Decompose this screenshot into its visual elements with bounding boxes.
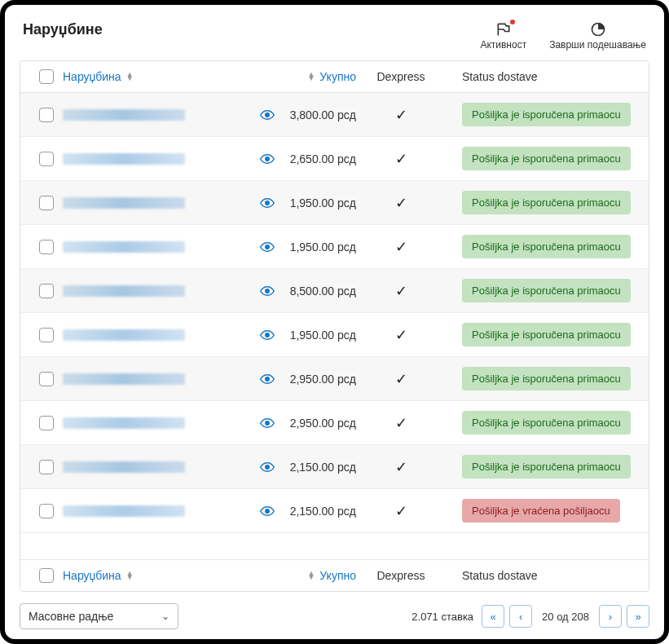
page-title: Наруџбине (23, 21, 103, 38)
row-checkbox[interactable] (39, 284, 54, 298)
activity-button[interactable]: Активност (480, 21, 526, 51)
eye-icon[interactable] (260, 462, 275, 472)
order-id-redacted[interactable] (63, 285, 185, 297)
order-id-redacted[interactable] (63, 373, 185, 385)
first-page-button[interactable]: « (482, 605, 504, 628)
table-row: 3,800.00 рсд✓Pošiljka je isporučena prim… (20, 93, 649, 137)
orders-table: Наруџбина ▲▼ ▲▼ Укупно Dexpress Status d… (20, 60, 649, 592)
eye-icon[interactable] (260, 330, 275, 340)
activity-label: Активност (480, 39, 526, 51)
prev-page-button[interactable]: ‹ (509, 605, 532, 628)
eye-icon[interactable] (260, 506, 275, 516)
order-id-redacted[interactable] (63, 153, 185, 165)
table-row: 2,150.00 рсд✓Pošiljka je vraćena pošilja… (20, 489, 649, 533)
pager: « ‹ 20 од 208 › » (482, 605, 649, 628)
table-row: 2,650.00 рсд✓Pošiljka je isporučena prim… (20, 137, 649, 181)
order-amount: 2,950.00 рсд (288, 373, 356, 386)
dexpress-check-icon: ✓ (356, 414, 446, 432)
bulk-actions-label: Масовне радње (29, 610, 113, 623)
svg-point-4 (266, 245, 270, 249)
order-id-redacted[interactable] (63, 241, 185, 253)
chevron-down-icon: ⌄ (161, 611, 169, 622)
sort-order-column[interactable]: Наруџбина (63, 70, 121, 83)
table-row: 1,950.00 рсд✓Pošiljka je isporučena prim… (20, 181, 649, 225)
row-checkbox[interactable] (39, 328, 54, 342)
row-checkbox[interactable] (39, 196, 54, 210)
order-id-redacted[interactable] (63, 329, 185, 341)
table-row: 2,950.00 рсд✓Pošiljka je isporučena prim… (20, 357, 649, 401)
table-row: 1,950.00 рсд✓Pošiljka je isporučena prim… (20, 313, 649, 357)
svg-point-10 (266, 509, 270, 513)
order-amount: 8,500.00 рсд (288, 285, 356, 298)
status-badge: Pošiljka je isporučena primaocu (462, 455, 631, 479)
row-checkbox[interactable] (39, 460, 54, 474)
dexpress-check-icon: ✓ (356, 238, 446, 256)
dexpress-column-header: Dexpress (356, 70, 446, 83)
footer-bar: Масовне радње ⌄ 2.071 ставка « ‹ 20 од 2… (20, 592, 649, 629)
order-amount: 1,950.00 рсд (288, 240, 356, 254)
order-id-redacted[interactable] (63, 417, 185, 429)
row-checkbox[interactable] (39, 152, 54, 166)
dexpress-check-icon: ✓ (356, 458, 446, 476)
order-amount: 2,650.00 рсд (288, 152, 356, 165)
table-footer: Наруџбина ▲▼ ▲▼ Укупно Dexpress Status d… (20, 559, 649, 591)
table-row: 8,500.00 рсд✓Pošiljka je isporučena prim… (20, 269, 649, 313)
status-column-footer: Status dostave (446, 569, 639, 582)
sort-arrows-icon: ▲▼ (126, 73, 134, 81)
sort-total-column[interactable]: Укупно (319, 70, 356, 83)
sort-arrows-icon: ▲▼ (126, 571, 134, 580)
page-info: 20 од 208 (537, 611, 594, 623)
dexpress-check-icon: ✓ (356, 326, 446, 344)
svg-point-1 (266, 112, 270, 117)
order-id-redacted[interactable] (63, 505, 185, 517)
sort-order-column-footer[interactable]: Наруџбина (63, 569, 121, 582)
app-frame: Наруџбине Активност Заврши подешавање На… (0, 0, 669, 644)
bulk-actions-select[interactable]: Масовне радње ⌄ (20, 603, 178, 629)
row-checkbox[interactable] (39, 372, 54, 386)
dexpress-check-icon: ✓ (356, 282, 446, 300)
row-checkbox[interactable] (39, 504, 54, 518)
svg-point-9 (266, 465, 270, 469)
eye-icon[interactable] (260, 110, 275, 120)
eye-icon[interactable] (260, 418, 275, 428)
dexpress-check-icon: ✓ (356, 106, 446, 124)
finish-setup-label: Заврши подешавање (549, 39, 646, 51)
status-badge: Pošiljka je isporučena primaocu (462, 367, 631, 390)
finish-setup-button[interactable]: Заврши подешавање (549, 21, 646, 51)
svg-point-3 (266, 201, 270, 205)
status-column-header: Status dostave (446, 70, 639, 83)
svg-point-8 (266, 421, 270, 425)
dexpress-check-icon: ✓ (356, 194, 446, 212)
select-all-checkbox[interactable] (39, 69, 54, 84)
last-page-button[interactable]: » (627, 605, 649, 628)
order-id-redacted[interactable] (63, 109, 185, 121)
status-badge: Pošiljka je isporučena primaocu (462, 279, 631, 302)
table-row: 1,950.00 рсд✓Pošiljka je isporučena prim… (20, 225, 649, 269)
row-checkbox[interactable] (39, 416, 54, 430)
order-amount: 1,950.00 рсд (288, 196, 356, 210)
eye-icon[interactable] (260, 242, 275, 252)
order-id-redacted[interactable] (63, 461, 185, 473)
table-body: 3,800.00 рсд✓Pošiljka je isporučena prim… (20, 93, 649, 559)
table-row: 2,950.00 рсд✓Pošiljka je isporučena prim… (20, 401, 649, 445)
eye-icon[interactable] (260, 374, 275, 384)
eye-icon[interactable] (260, 198, 275, 208)
topbar-actions: Активност Заврши подешавање (480, 21, 646, 51)
notification-dot-icon (510, 20, 515, 24)
status-badge: Pošiljka je isporučena primaocu (462, 411, 631, 434)
eye-icon[interactable] (260, 154, 275, 164)
dexpress-check-icon: ✓ (356, 370, 446, 388)
row-checkbox[interactable] (39, 240, 54, 254)
row-checkbox[interactable] (39, 108, 54, 122)
svg-point-2 (266, 157, 270, 161)
next-page-button[interactable]: › (599, 605, 622, 628)
table-row: 2,150.00 рсд✓Pošiljka je isporučena prim… (20, 445, 649, 489)
select-all-checkbox-footer[interactable] (39, 568, 54, 583)
status-badge: Pošiljka je isporučena primaocu (462, 191, 631, 214)
sort-total-column-footer[interactable]: Укупно (319, 569, 356, 582)
svg-point-7 (266, 377, 270, 381)
svg-point-6 (266, 333, 270, 337)
order-id-redacted[interactable] (63, 197, 185, 209)
dexpress-check-icon: ✓ (356, 150, 446, 168)
eye-icon[interactable] (260, 286, 275, 296)
